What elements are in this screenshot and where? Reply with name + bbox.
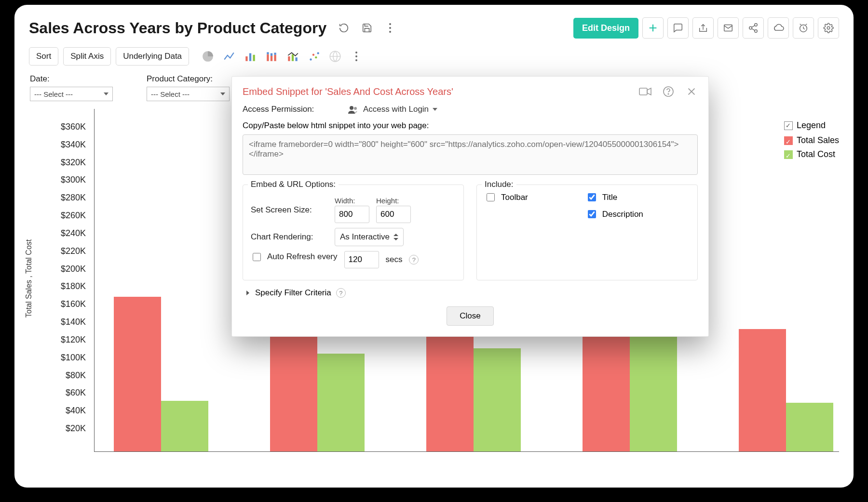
svg-rect-25 <box>271 53 272 56</box>
combo-chart-icon[interactable] <box>285 48 301 65</box>
svg-rect-39 <box>639 88 647 95</box>
autorefresh-help-icon[interactable]: ? <box>409 255 419 264</box>
svg-marker-48 <box>393 234 398 236</box>
svg-point-8 <box>749 26 752 29</box>
svg-rect-21 <box>253 55 255 61</box>
view-toolbar: Sort Split Axis Underlying Data <box>29 47 839 66</box>
svg-line-14 <box>803 28 805 29</box>
line-chart-icon[interactable] <box>221 48 237 65</box>
bar-cost[interactable] <box>474 348 521 451</box>
svg-marker-47 <box>433 108 437 111</box>
auto-refresh-label: Auto Refresh every <box>267 252 338 262</box>
snippet-textarea[interactable] <box>243 134 698 175</box>
sort-button[interactable]: Sort <box>29 47 58 66</box>
bar-sales[interactable] <box>739 329 786 451</box>
bar-chart-icon[interactable] <box>242 48 258 65</box>
svg-line-10 <box>752 26 755 27</box>
svg-point-36 <box>355 52 357 53</box>
app-window: Sales Across Years by Product Category E… <box>14 5 854 488</box>
y-axis-label: Total Sales , Total Cost <box>25 239 33 317</box>
pie-chart-icon[interactable] <box>200 48 216 65</box>
svg-point-17 <box>827 26 830 29</box>
svg-point-46 <box>354 107 357 110</box>
stacked-bar-icon[interactable] <box>263 48 280 65</box>
snippet-label: Copy/Paste below html snippet into your … <box>243 121 698 131</box>
close-icon[interactable] <box>685 85 698 98</box>
edit-design-button[interactable]: Edit Design <box>573 18 638 39</box>
filter-help-icon[interactable]: ? <box>336 288 346 298</box>
more-icon[interactable] <box>380 18 400 38</box>
mail-icon[interactable] <box>718 17 739 39</box>
video-icon[interactable] <box>639 85 651 98</box>
svg-marker-50 <box>246 291 249 295</box>
y-axis-ticks: $20K$40K$60K$80K$100K$120K$140K$160K$180… <box>48 105 89 452</box>
bar-cost[interactable] <box>317 354 365 451</box>
map-chart-icon[interactable] <box>327 48 343 65</box>
include-description-checkbox[interactable] <box>588 210 596 218</box>
svg-point-45 <box>350 106 353 110</box>
date-select[interactable]: --- Select --- <box>30 87 113 101</box>
embed-options-legend: Embed & URL Options: <box>248 180 339 189</box>
svg-point-2 <box>389 31 391 33</box>
svg-point-32 <box>312 54 314 56</box>
export-icon[interactable] <box>692 17 714 39</box>
svg-rect-20 <box>249 53 251 61</box>
svg-point-0 <box>389 23 391 25</box>
svg-point-7 <box>755 24 758 26</box>
more-charts-icon[interactable] <box>348 48 365 65</box>
comment-icon[interactable] <box>667 17 689 39</box>
width-input[interactable] <box>335 206 369 223</box>
bar-cost[interactable] <box>786 403 833 451</box>
legend-heading[interactable]: Legend <box>797 120 826 131</box>
page-title: Sales Across Years by Product Category <box>29 19 326 37</box>
bar-cost[interactable] <box>161 401 208 451</box>
add-button[interactable] <box>642 17 664 39</box>
category-select[interactable]: --- Select --- <box>147 87 230 101</box>
specify-filter-toggle[interactable]: Specify Filter Criteria ? <box>245 288 698 298</box>
svg-rect-26 <box>274 55 276 61</box>
screen-size-label: Set Screen Size: <box>251 205 328 215</box>
split-axis-button[interactable]: Split Axis <box>63 47 111 66</box>
svg-rect-30 <box>295 57 297 61</box>
legend-cost[interactable]: Total Cost <box>797 149 835 159</box>
svg-marker-40 <box>647 88 651 95</box>
gear-icon[interactable] <box>818 17 839 39</box>
height-input[interactable] <box>376 206 411 223</box>
auto-refresh-input[interactable] <box>344 251 379 268</box>
alarm-icon[interactable] <box>793 17 814 39</box>
include-panel: Include: Toolbar Title Description <box>476 185 698 280</box>
chart-rendering-label: Chart Rendering: <box>251 232 328 242</box>
include-toolbar-checkbox[interactable] <box>487 193 495 201</box>
access-permission-select[interactable]: Access with Login <box>348 105 437 114</box>
chart-rendering-select[interactable]: As Interactive <box>335 228 404 246</box>
embed-options-panel: Embed & URL Options: Set Screen Size: Wi… <box>243 185 464 280</box>
svg-rect-24 <box>271 56 272 61</box>
share-icon[interactable] <box>743 17 764 39</box>
auto-refresh-checkbox[interactable] <box>253 253 261 261</box>
svg-point-34 <box>317 52 319 54</box>
reload-icon[interactable] <box>334 18 353 38</box>
save-icon[interactable] <box>357 18 377 38</box>
legend-sales[interactable]: Total Sales <box>797 135 839 145</box>
cloud-icon[interactable] <box>768 17 789 39</box>
date-label: Date: <box>30 74 113 84</box>
svg-point-31 <box>310 58 312 60</box>
bar-sales[interactable] <box>114 297 161 451</box>
svg-line-16 <box>806 24 807 25</box>
embed-modal: Embed Snippet for 'Sales And Cost Across… <box>231 76 709 337</box>
access-permission-label: Access Permission: <box>243 105 334 114</box>
category-label: Product Category: <box>147 74 230 84</box>
svg-point-1 <box>389 27 391 29</box>
svg-point-37 <box>355 55 357 57</box>
bar-cost[interactable] <box>630 325 677 451</box>
svg-rect-19 <box>245 56 247 61</box>
svg-rect-22 <box>267 54 269 61</box>
svg-point-33 <box>315 56 317 58</box>
height-label: Height: <box>376 197 411 205</box>
include-title-checkbox[interactable] <box>588 193 596 201</box>
svg-rect-29 <box>292 54 294 61</box>
close-button[interactable]: Close <box>447 306 493 326</box>
underlying-data-button[interactable]: Underlying Data <box>116 47 189 66</box>
scatter-chart-icon[interactable] <box>306 48 322 65</box>
help-icon[interactable] <box>662 85 675 98</box>
